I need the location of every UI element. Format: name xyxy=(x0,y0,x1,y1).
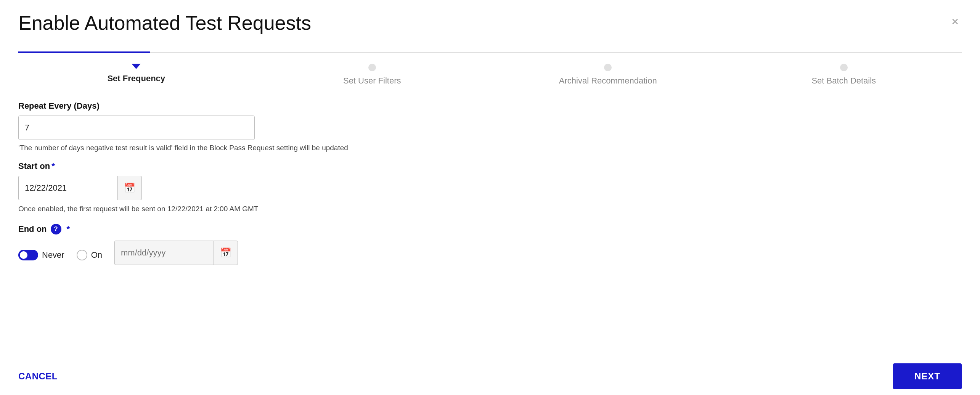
start-on-info: Once enabled, the first request will be … xyxy=(18,205,962,213)
repeat-every-label: Repeat Every (Days) xyxy=(18,101,962,111)
step-indicator-2 xyxy=(368,64,376,71)
end-on-label: End on ? * xyxy=(18,224,962,234)
stepper: Set Frequency Set User Filters Archival … xyxy=(18,53,962,86)
step-archival-label: Archival Recommendation xyxy=(559,76,657,86)
cancel-button[interactable]: CANCEL xyxy=(18,371,58,382)
end-calendar-icon: 📅 xyxy=(220,247,231,258)
step-user-filters[interactable]: Set User Filters xyxy=(254,53,490,86)
end-date-input[interactable] xyxy=(114,241,214,265)
footer-bar: CANCEL NEXT xyxy=(0,357,980,395)
form-body: Repeat Every (Days) 'The number of days … xyxy=(0,86,980,395)
modal-header: Enable Automated Test Requests × xyxy=(0,0,980,34)
calendar-icon: 📅 xyxy=(124,183,135,193)
end-date-row: 📅 xyxy=(114,241,238,265)
end-on-required-star: * xyxy=(67,224,70,234)
step-batch-details[interactable]: Set Batch Details xyxy=(726,53,962,86)
repeat-every-field: Repeat Every (Days) 'The number of days … xyxy=(18,101,962,152)
step-user-filters-label: Set User Filters xyxy=(343,76,401,86)
step-set-frequency[interactable]: Set Frequency xyxy=(18,53,254,83)
close-button[interactable]: × xyxy=(948,12,962,31)
start-date-row: 📅 xyxy=(18,176,962,200)
never-label: Never xyxy=(42,250,64,260)
required-star: * xyxy=(51,161,55,171)
start-on-field: Start on* 📅 Once enabled, the first requ… xyxy=(18,161,962,213)
repeat-every-input[interactable] xyxy=(18,116,255,140)
end-on-field: End on ? * Never On 📅 xyxy=(18,224,962,270)
repeat-every-hint: 'The number of days negative test result… xyxy=(18,144,962,152)
step-frequency-label: Set Frequency xyxy=(107,74,165,83)
start-date-calendar-button[interactable]: 📅 xyxy=(117,176,142,200)
on-radio[interactable] xyxy=(77,250,87,260)
end-on-radio-group: Never On 📅 xyxy=(18,241,962,270)
modal-container: Enable Automated Test Requests × Set Fre… xyxy=(0,0,980,395)
start-date-input[interactable] xyxy=(18,176,117,200)
step-active-indicator xyxy=(132,64,141,69)
next-button[interactable]: NEXT xyxy=(893,363,962,389)
step-indicator-3 xyxy=(604,64,612,71)
step-batch-label: Set Batch Details xyxy=(811,76,876,86)
on-radio-label[interactable]: On xyxy=(77,250,102,260)
on-label: On xyxy=(91,250,102,260)
never-toggle[interactable] xyxy=(18,250,38,260)
end-date-calendar-button[interactable]: 📅 xyxy=(214,241,238,265)
start-on-label: Start on* xyxy=(18,161,962,171)
never-radio-label[interactable]: Never xyxy=(18,250,64,260)
modal-title: Enable Automated Test Requests xyxy=(18,12,311,34)
help-icon[interactable]: ? xyxy=(51,224,61,234)
step-archival[interactable]: Archival Recommendation xyxy=(490,53,726,86)
step-indicator-4 xyxy=(840,64,848,71)
